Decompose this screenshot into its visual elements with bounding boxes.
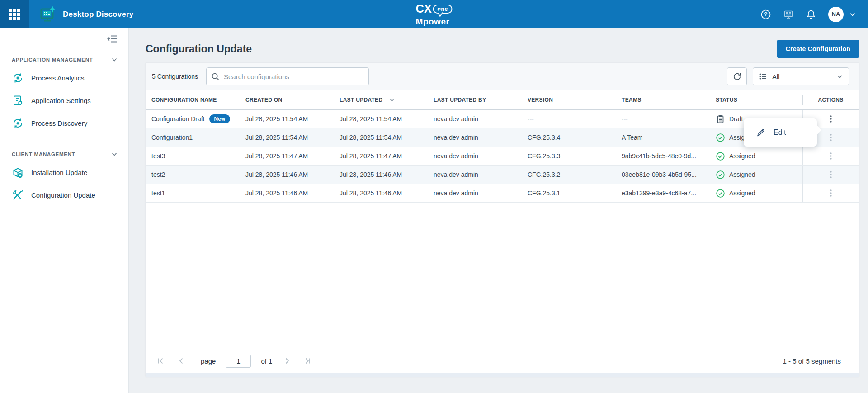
column-header-label: STATUS — [716, 97, 737, 103]
page-number-input[interactable] — [226, 355, 251, 368]
cell-last-updated-by: neva dev admin — [428, 184, 522, 202]
column-header-label: ACTIONS — [818, 97, 843, 103]
application-settings-icon — [12, 95, 24, 107]
row-actions-button[interactable] — [825, 168, 837, 181]
last-page-icon[interactable] — [303, 356, 313, 366]
configuration-update-icon — [12, 189, 24, 201]
cell-last-updated: Jul 28, 2025 11:54 AM — [334, 110, 428, 128]
sidebar: APPLICATION MANAGEMENT Process Analytics — [0, 28, 129, 393]
row-actions-button[interactable] — [825, 187, 837, 199]
first-page-icon[interactable] — [156, 356, 165, 366]
cell-last-updated: Jul 28, 2025 11:47 AM — [334, 147, 428, 165]
sidebar-item-label: Configuration Update — [31, 191, 95, 199]
search-box[interactable] — [206, 67, 369, 85]
row-context-menu-edit[interactable]: Edit — [744, 118, 817, 147]
process-discovery-icon — [12, 117, 24, 129]
next-page-icon[interactable] — [282, 356, 292, 366]
cell-last-updated: Jul 28, 2025 11:46 AM — [334, 184, 428, 202]
brand-cx-text: CX — [416, 3, 432, 14]
column-header-status[interactable]: STATUS — [710, 90, 802, 109]
cell-last-updated-by: neva dev admin — [428, 147, 522, 165]
sidebar-item-label: Application Settings — [31, 97, 91, 104]
cell-configuration-name: test1 — [146, 184, 240, 202]
cell-version: CFG.25.3.3 — [522, 147, 616, 165]
configurations-count: 5 Configurations — [152, 73, 198, 80]
assigned-status-icon — [716, 133, 725, 142]
cell-last-updated: Jul 28, 2025 11:54 AM — [334, 128, 428, 147]
create-configuration-button[interactable]: Create Configuration — [777, 40, 859, 58]
column-header-actions[interactable]: ACTIONS — [802, 90, 859, 109]
section-label: APPLICATION MANAGEMENT — [12, 57, 93, 62]
assigned-status-icon — [716, 170, 725, 180]
column-header-configuration-name[interactable]: CONFIGURATION NAME — [146, 90, 240, 109]
app-launcher-button[interactable] — [0, 0, 29, 28]
svg-text:?: ? — [764, 11, 767, 18]
column-header-teams[interactable]: TEAMS — [616, 90, 710, 109]
cell-last-updated: Jul 28, 2025 11:46 AM — [334, 166, 428, 184]
sidebar-item-process-discovery[interactable]: Process Discovery — [0, 112, 128, 134]
help-icon[interactable]: ? — [760, 9, 771, 20]
cell-configuration-name: test2 — [146, 166, 240, 184]
main-content: Configuration Update Create Configuratio… — [129, 28, 868, 393]
guide-board-icon[interactable] — [783, 9, 794, 20]
column-header-label: LAST UPDATED — [340, 97, 382, 103]
dropdown-chevron-icon — [836, 73, 843, 80]
row-actions-kebab-icon — [826, 133, 835, 142]
refresh-button[interactable] — [727, 67, 747, 85]
cell-status: Assigned — [710, 147, 802, 165]
sidebar-item-installation-update[interactable]: Installation Update — [0, 161, 128, 184]
app-title: Desktop Discovery — [63, 10, 133, 19]
cell-configuration-name: Configuration1 — [146, 128, 240, 147]
page-title: Configuration Update — [146, 43, 252, 55]
table-toolbar: 5 Configurations — [146, 63, 859, 90]
table-row[interactable]: test1Jul 28, 2025 11:46 AMJul 28, 2025 1… — [146, 184, 859, 203]
cell-created-on: Jul 28, 2025 11:47 AM — [240, 147, 334, 165]
assigned-status-icon — [716, 152, 725, 161]
row-actions-kebab-icon — [826, 170, 835, 179]
column-header-label: TEAMS — [622, 97, 642, 103]
column-header-label: CREATED ON — [245, 97, 282, 103]
column-header-version[interactable]: VERSION — [522, 90, 616, 109]
section-application-management[interactable]: APPLICATION MANAGEMENT — [12, 57, 118, 63]
cell-teams: A Team — [616, 128, 710, 147]
search-icon — [211, 72, 220, 81]
sidebar-item-application-settings[interactable]: Application Settings — [0, 89, 128, 112]
table-row[interactable]: test3Jul 28, 2025 11:47 AMJul 28, 2025 1… — [146, 147, 859, 166]
horizontal-scrollbar-track[interactable] — [146, 373, 859, 377]
filter-selected-value: All — [772, 73, 780, 80]
filter-list-icon — [759, 72, 768, 81]
search-input[interactable] — [224, 73, 364, 80]
cell-last-updated-by: neva dev admin — [428, 166, 522, 184]
column-header-last-updated-by[interactable]: LAST UPDATED BY — [428, 90, 522, 109]
table-row[interactable]: test2Jul 28, 2025 11:46 AMJul 28, 2025 1… — [146, 166, 859, 184]
previous-page-icon[interactable] — [176, 356, 186, 366]
sidebar-item-label: Process Analytics — [31, 74, 85, 82]
sidebar-divider — [0, 141, 128, 141]
edit-pencil-icon — [756, 128, 766, 137]
status-label: Assigned — [729, 171, 755, 178]
status-label: Assigned — [729, 189, 755, 197]
user-avatar[interactable]: NA — [828, 7, 844, 22]
column-header-last-updated[interactable]: LAST UPDATED — [334, 90, 428, 109]
cell-actions — [802, 184, 859, 202]
column-header-created-on[interactable]: CREATED ON — [240, 90, 334, 109]
account-chevron-down-icon[interactable] — [849, 11, 856, 18]
column-header-label: LAST UPDATED BY — [434, 97, 486, 103]
row-actions-button[interactable] — [825, 150, 837, 162]
row-actions-button[interactable] — [825, 131, 837, 144]
sidebar-item-label: Process Discovery — [31, 119, 87, 127]
waffle-grid-icon — [9, 9, 20, 20]
notifications-bell-icon[interactable] — [806, 9, 816, 20]
cell-configuration-name: test3 — [146, 147, 240, 165]
sidebar-item-configuration-update[interactable]: Configuration Update — [0, 184, 128, 206]
status-label: Assigned — [729, 152, 755, 160]
status-filter-dropdown[interactable]: All — [753, 67, 849, 85]
row-actions-button[interactable] — [825, 113, 837, 125]
sidebar-item-process-analytics[interactable]: Process Analytics — [0, 66, 128, 89]
cell-created-on: Jul 28, 2025 11:46 AM — [240, 166, 334, 184]
cell-version: CFG.25.3.2 — [522, 166, 616, 184]
column-header-label: VERSION — [528, 97, 553, 103]
section-client-management[interactable]: CLIENT MANAGEMENT — [12, 151, 118, 157]
sidebar-collapse-icon[interactable] — [107, 33, 118, 45]
cell-teams: --- — [616, 110, 710, 128]
